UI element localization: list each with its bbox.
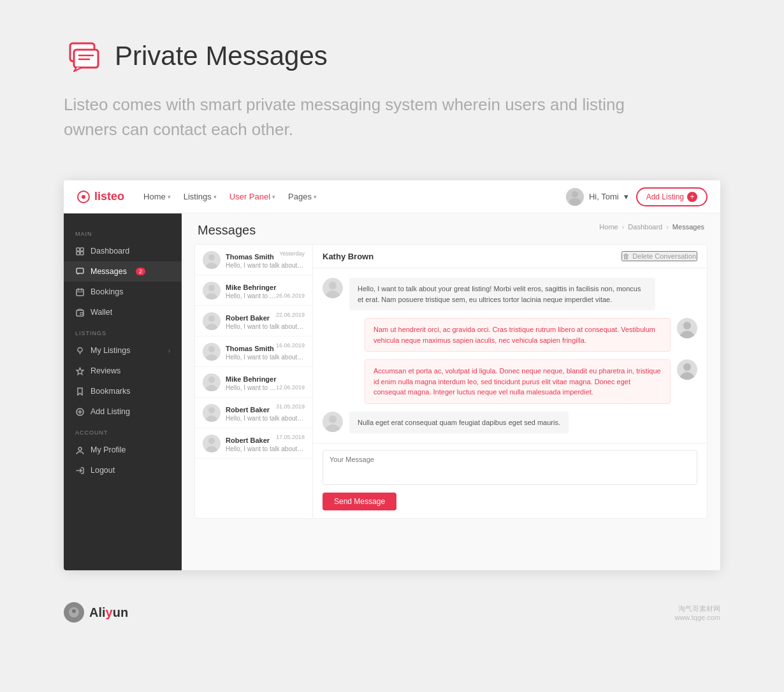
breadcrumb-current: Messages	[672, 223, 704, 231]
conv-info: Thomas Smith Yesterday Hello, I want to …	[226, 250, 305, 269]
user-info[interactable]: Hi, Tomi ▾	[566, 188, 628, 206]
conv-name: Thomas Smith	[226, 253, 274, 261]
page-title: Private Messages	[115, 41, 328, 71]
conversation-list: Thomas Smith Yesterday Hello, I want to …	[195, 245, 313, 518]
breadcrumb-dashboard[interactable]: Dashboard	[628, 223, 662, 231]
sidebar-item-bookmarks[interactable]: Bookmarks	[64, 381, 182, 401]
conv-name: Robert Baker	[226, 314, 270, 322]
conv-info: Mike Behringer 12.06.2019 Hello, I want …	[226, 373, 305, 391]
svg-point-27	[208, 254, 215, 261]
msg-bubble: Hello, I want to talk about your great l…	[349, 278, 655, 310]
conv-date: 16.06.2019	[276, 342, 305, 349]
navbar: listeo Home ▾ Listings ▾ User Panel ▾ Pa…	[64, 180, 720, 213]
conv-name: Robert Baker	[226, 436, 270, 444]
sidebar-item-dashboard[interactable]: Dashboard	[64, 241, 182, 261]
conversation-item[interactable]: Robert Baker 17.05.2018 Hello, I want to…	[195, 428, 312, 459]
footer-logo-icon	[64, 602, 84, 623]
chat-panel: Kathy Brown 🗑 Delete Conversation Hello,…	[313, 245, 707, 518]
sidebar-item-messages[interactable]: Messages 2	[64, 261, 182, 282]
svg-point-42	[679, 331, 695, 338]
conversation-item[interactable]: Robert Baker 22.06.2019 Hello, I want to…	[195, 306, 312, 336]
conv-info: Thomas Smith 16.06.2019 Hello, I want to…	[226, 342, 305, 361]
svg-point-43	[683, 322, 691, 329]
sidebar-item-my-profile[interactable]: My Profile	[64, 440, 182, 460]
breadcrumb-home[interactable]: Home	[599, 223, 618, 231]
msg-bubble: Nulla eget erat consequat quam feugiat d…	[349, 412, 569, 434]
conv-date: Yesterday	[279, 250, 305, 257]
sidebar-item-reviews[interactable]: Reviews	[64, 361, 182, 381]
message-row: Nam ut hendrerit orci, ac gravida orci. …	[323, 318, 697, 352]
conversation-item[interactable]: Thomas Smith 16.06.2019 Hello, I want to…	[195, 336, 312, 367]
conversation-item[interactable]: Mike Behringer 26.06.2019 Hello, I want …	[195, 275, 312, 306]
app-mockup: listeo Home ▾ Listings ▾ User Panel ▾ Pa…	[64, 180, 720, 570]
sidebar-section-listings: LISTINGS	[64, 322, 182, 340]
msg-bubble: Nam ut hendrerit orci, ac gravida orci. …	[365, 318, 671, 352]
svg-marker-20	[76, 368, 83, 375]
delete-conversation-button[interactable]: 🗑 Delete Conversation	[621, 251, 697, 261]
bookings-icon	[75, 287, 84, 296]
svg-point-44	[679, 372, 695, 380]
conv-avatar	[203, 251, 221, 269]
svg-point-30	[205, 324, 218, 330]
conv-date: 31.05.2019	[276, 403, 305, 410]
breadcrumb-sep2: ›	[666, 223, 669, 231]
svg-rect-9	[80, 248, 83, 251]
conversation-item[interactable]: Robert Baker 31.05.2019 Hello, I want to…	[195, 398, 312, 428]
svg-point-36	[205, 415, 218, 422]
brand-name: listeo	[94, 190, 124, 203]
user-greeting: Hi, Tomi	[589, 192, 619, 201]
logout-icon	[75, 466, 84, 475]
listings-icon	[75, 346, 84, 355]
svg-rect-11	[80, 252, 83, 255]
conv-name: Mike Behringer	[226, 284, 276, 291]
sidebar: MAIN Dashboard Messages 2 Bookings	[64, 213, 182, 570]
send-message-button[interactable]: Send Message	[323, 493, 396, 510]
svg-point-5	[82, 195, 85, 199]
conv-date: 17.05.2018	[276, 434, 305, 440]
watermark-line2: www.tqge.com	[674, 614, 720, 621]
sidebar-item-wallet[interactable]: Wallet	[64, 302, 182, 322]
sidebar-label-logout: Logout	[91, 466, 115, 475]
svg-point-38	[205, 446, 218, 452]
nav-listings[interactable]: Listings ▾	[184, 192, 217, 201]
page-footer: Aliyun 淘气哥素材网 www.tqge.com	[0, 589, 784, 635]
svg-point-40	[325, 291, 340, 298]
sidebar-item-add-listing[interactable]: Add Listing	[64, 401, 182, 422]
conv-name: Mike Behringer	[226, 375, 276, 383]
page-header: Private Messages Listeo comes with smart…	[0, 0, 784, 161]
conv-date: 12.06.2019	[276, 384, 305, 391]
sidebar-label-my-profile: My Profile	[91, 445, 126, 454]
svg-point-33	[208, 346, 215, 352]
conv-info: Robert Baker 17.05.2018 Hello, I want to…	[226, 434, 305, 452]
brand-logo[interactable]: listeo	[76, 190, 124, 204]
sidebar-item-my-listings[interactable]: My Listings ›	[64, 340, 182, 361]
nav-user-panel[interactable]: User Panel ▾	[229, 192, 275, 201]
conversation-item[interactable]: Thomas Smith Yesterday Hello, I want to …	[195, 245, 312, 275]
watermark-line1: 淘气哥素材网	[674, 604, 720, 614]
nav-home[interactable]: Home ▾	[143, 192, 171, 201]
profile-icon	[75, 445, 84, 454]
chat-input-area: Send Message	[313, 443, 707, 518]
conv-avatar	[203, 435, 221, 452]
trash-icon: 🗑	[623, 252, 630, 260]
nav-pages[interactable]: Pages ▾	[288, 192, 317, 201]
conv-preview: Hello, I want to talk about your ...	[226, 354, 305, 361]
svg-point-37	[208, 407, 215, 414]
message-input[interactable]	[323, 450, 697, 485]
svg-rect-18	[80, 312, 83, 314]
content-header: Messages Home › Dashboard › Messages	[182, 213, 720, 244]
svg-point-39	[208, 438, 215, 444]
message-row: Nulla eget erat consequat quam feugiat d…	[323, 412, 697, 434]
bookmarks-icon	[75, 387, 84, 396]
svg-point-35	[208, 377, 215, 383]
add-listing-button[interactable]: Add Listing +	[636, 187, 708, 206]
svg-point-29	[208, 285, 215, 291]
sidebar-item-logout[interactable]: Logout	[64, 460, 182, 480]
conv-avatar	[203, 312, 221, 330]
svg-point-24	[78, 447, 82, 451]
sidebar-section-main: MAIN	[64, 223, 182, 241]
watermark: 淘气哥素材网 www.tqge.com	[674, 604, 720, 621]
chevron-down-icon: ▾	[214, 194, 217, 200]
sidebar-item-bookings[interactable]: Bookings	[64, 282, 182, 302]
conversation-item[interactable]: Mike Behringer 12.06.2019 Hello, I want …	[195, 367, 312, 398]
